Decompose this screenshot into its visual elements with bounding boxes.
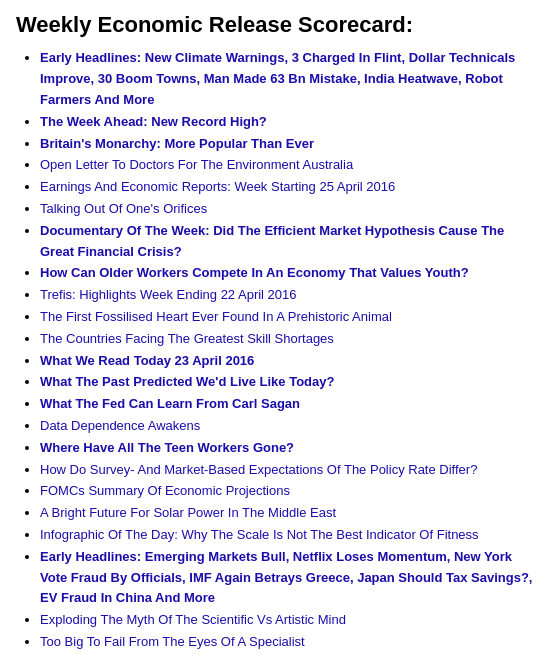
list-item: How Can Older Workers Compete In An Econ… — [40, 263, 535, 284]
article-link-6[interactable]: Talking Out Of One's Orifices — [40, 201, 207, 216]
list-item: What The Past Predicted We'd Live Like T… — [40, 372, 535, 393]
article-link-19[interactable]: A Bright Future For Solar Power In The M… — [40, 505, 336, 520]
article-link-21[interactable]: Early Headlines: Emerging Markets Bull, … — [40, 549, 532, 606]
article-link-18[interactable]: FOMCs Summary Of Economic Projections — [40, 483, 290, 498]
list-item: Talking Out Of One's Orifices — [40, 199, 535, 220]
article-link-7[interactable]: Documentary Of The Week: Did The Efficie… — [40, 223, 504, 259]
article-list: Early Headlines: New Climate Warnings, 3… — [16, 48, 535, 657]
list-item: What We Read Today 23 April 2016 — [40, 351, 535, 372]
article-link-20[interactable]: Infographic Of The Day: Why The Scale Is… — [40, 527, 479, 542]
list-item: The First Fossilised Heart Ever Found In… — [40, 307, 535, 328]
article-link-10[interactable]: The First Fossilised Heart Ever Found In… — [40, 309, 392, 324]
article-link-4[interactable]: Open Letter To Doctors For The Environme… — [40, 157, 353, 172]
article-link-17[interactable]: How Do Survey- And Market-Based Expectat… — [40, 462, 477, 477]
list-item: Documentary Of The Week: Did The Efficie… — [40, 221, 535, 263]
list-item: Where Have All The Teen Workers Gone? — [40, 438, 535, 459]
article-link-2[interactable]: The Week Ahead: New Record High? — [40, 114, 267, 129]
list-item: Earnings And Economic Reports: Week Star… — [40, 177, 535, 198]
list-item: What The Fed Can Learn From Carl Sagan — [40, 394, 535, 415]
list-item: Data Dependence Awakens — [40, 416, 535, 437]
article-link-22[interactable]: Exploding The Myth Of The Scientific Vs … — [40, 612, 346, 627]
list-item: Britain's Monarchy: More Popular Than Ev… — [40, 134, 535, 155]
article-link-5[interactable]: Earnings And Economic Reports: Week Star… — [40, 179, 395, 194]
article-link-15[interactable]: Data Dependence Awakens — [40, 418, 200, 433]
article-link-16[interactable]: Where Have All The Teen Workers Gone? — [40, 440, 294, 455]
article-link-23[interactable]: Too Big To Fail From The Eyes Of A Speci… — [40, 634, 305, 649]
list-item: A Bright Future For Solar Power In The M… — [40, 503, 535, 524]
list-item: Trefis: Highlights Week Ending 22 April … — [40, 285, 535, 306]
article-link-13[interactable]: What The Past Predicted We'd Live Like T… — [40, 374, 334, 389]
list-item: The Week Ahead: New Record High? — [40, 112, 535, 133]
article-link-9[interactable]: Trefis: Highlights Week Ending 22 April … — [40, 287, 297, 302]
list-item: FOMCs Summary Of Economic Projections — [40, 481, 535, 502]
list-item: Infographic Of The Day: Why The Scale Is… — [40, 525, 535, 546]
article-link-12[interactable]: What We Read Today 23 April 2016 — [40, 353, 254, 368]
article-link-1[interactable]: Early Headlines: New Climate Warnings, 3… — [40, 50, 515, 107]
list-item: The Countries Facing The Greatest Skill … — [40, 329, 535, 350]
list-item: How Do Survey- And Market-Based Expectat… — [40, 460, 535, 481]
article-link-3[interactable]: Britain's Monarchy: More Popular Than Ev… — [40, 136, 314, 151]
list-item: Too Big To Fail From The Eyes Of A Speci… — [40, 632, 535, 653]
article-link-14[interactable]: What The Fed Can Learn From Carl Sagan — [40, 396, 300, 411]
article-link-11[interactable]: The Countries Facing The Greatest Skill … — [40, 331, 334, 346]
page-title: Weekly Economic Release Scorecard: — [16, 12, 535, 38]
list-item: Early Headlines: New Climate Warnings, 3… — [40, 48, 535, 110]
article-link-8[interactable]: How Can Older Workers Compete In An Econ… — [40, 265, 469, 280]
list-item: Early Headlines: Emerging Markets Bull, … — [40, 547, 535, 609]
list-item: Open Letter To Doctors For The Environme… — [40, 155, 535, 176]
list-item: Exploding The Myth Of The Scientific Vs … — [40, 610, 535, 631]
